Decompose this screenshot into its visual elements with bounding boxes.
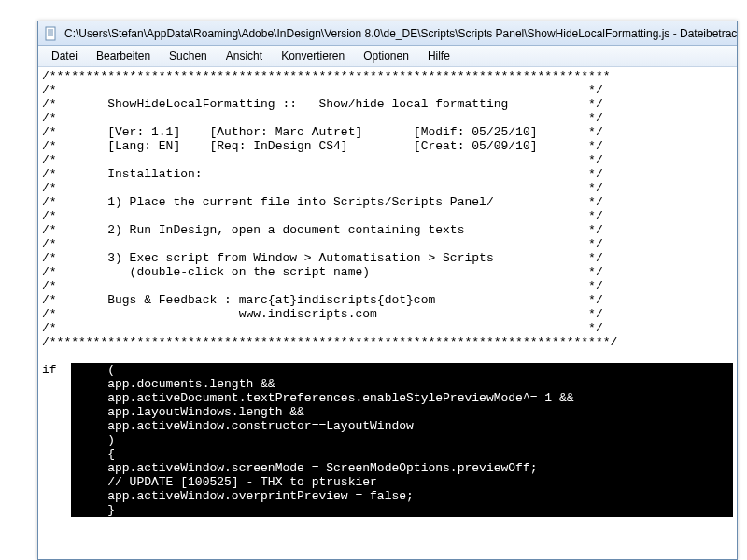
- selected-text: // UPDATE [100525] - THX to ptruskier: [71, 475, 733, 489]
- selected-line: app.activeDocument.textPreferences.enabl…: [42, 391, 733, 405]
- code-line: /* */: [42, 111, 603, 125]
- code-line: /* */: [42, 181, 603, 195]
- code-line: /* [Lang: EN] [Req: InDesign CS4] [Creat…: [42, 139, 603, 153]
- title-bar: C:\Users\Stefan\AppData\Roaming\Adobe\In…: [38, 21, 737, 46]
- menu-datei[interactable]: Datei: [42, 48, 87, 64]
- code-line: /* */: [42, 321, 603, 335]
- editor-window: C:\Users\Stefan\AppData\Roaming\Adobe\In…: [37, 21, 738, 560]
- code-line: /***************************************…: [42, 69, 611, 83]
- selected-text: ): [71, 433, 733, 447]
- code-line: /* www.indiscripts.com */: [42, 307, 603, 321]
- code-line: /* */: [42, 153, 603, 167]
- selected-text: app.activeWindow.constructor==LayoutWind…: [71, 419, 733, 433]
- code-line: /* ShowHideLocalFormatting :: Show/hide …: [42, 97, 603, 111]
- code-line: /* */: [42, 83, 603, 97]
- selected-line: app.documents.length &&: [42, 377, 733, 391]
- code-line: /* (double-click on the script name) */: [42, 265, 603, 279]
- selected-text: app.documents.length &&: [71, 377, 733, 391]
- code-content[interactable]: /***************************************…: [38, 67, 737, 519]
- selected-line: app.activeWindow.overprintPreview = fals…: [42, 489, 733, 503]
- selected-text: app.activeWindow.overprintPreview = fals…: [71, 489, 733, 503]
- selected-line: app.activeWindow.constructor==LayoutWind…: [42, 419, 733, 433]
- selected-line: app.activeWindow.screenMode = ScreenMode…: [42, 461, 733, 475]
- selected-line: // UPDATE [100525] - THX to ptruskier: [42, 475, 733, 489]
- menu-bearbeiten[interactable]: Bearbeiten: [87, 48, 160, 64]
- code-line: /* [Ver: 1.1] [Author: Marc Autret] [Mod…: [42, 125, 603, 139]
- menu-optionen[interactable]: Optionen: [354, 48, 418, 64]
- window-title: C:\Users\Stefan\AppData\Roaming\Adobe\In…: [64, 27, 737, 40]
- selected-text: }: [71, 503, 733, 517]
- menu-suchen[interactable]: Suchen: [160, 48, 217, 64]
- menu-bar: Datei Bearbeiten Suchen Ansicht Konverti…: [38, 46, 737, 67]
- selected-line: {: [42, 447, 733, 461]
- if-keyword: if: [42, 363, 71, 377]
- menu-konvertieren[interactable]: Konvertieren: [272, 48, 354, 64]
- document-icon: [44, 26, 59, 41]
- selected-text: app.layoutWindows.length &&: [71, 405, 733, 419]
- code-line: /* */: [42, 279, 603, 293]
- code-line: /* 1) Place the current file into Script…: [42, 195, 603, 209]
- selected-text: app.activeDocument.textPreferences.enabl…: [71, 391, 733, 405]
- selected-text: (: [71, 363, 733, 377]
- code-line: /* 2) Run InDesign, open a document cont…: [42, 223, 603, 237]
- code-line: /* */: [42, 237, 603, 251]
- menu-ansicht[interactable]: Ansicht: [217, 48, 272, 64]
- selected-line: ): [42, 433, 733, 447]
- menu-hilfe[interactable]: Hilfe: [418, 48, 459, 64]
- selected-text: {: [71, 447, 733, 461]
- selected-line: if (: [42, 363, 733, 377]
- selected-line: app.layoutWindows.length &&: [42, 405, 733, 419]
- code-line: /***************************************…: [42, 335, 617, 349]
- code-line: /* Bugs & Feedback : marc{at}indiscripts…: [42, 293, 603, 307]
- selected-text: app.activeWindow.screenMode = ScreenMode…: [71, 461, 733, 475]
- selected-line: }: [42, 503, 733, 517]
- code-line: /* Installation: */: [42, 167, 603, 181]
- code-line: /* */: [42, 209, 603, 223]
- code-line: /* 3) Exec script from Window > Automati…: [42, 251, 603, 265]
